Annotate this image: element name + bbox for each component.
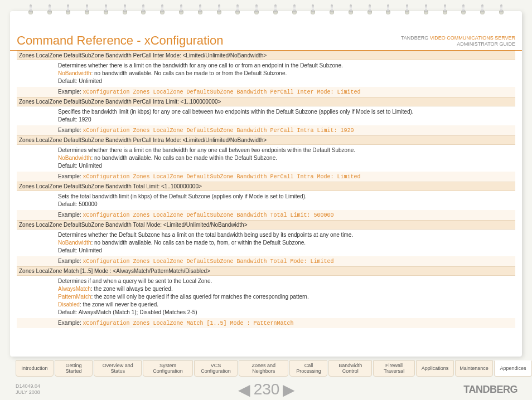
command-header: Zones LocalZone DefaultSubZone Bandwidth… [17,182,515,191]
command-desc: Determines whether the Default Subzone h… [58,231,513,239]
example-label: Example: [58,320,83,326]
doc-id: D14049.04 [16,383,40,389]
command-header: Zones LocalZone DefaultSubZone Bandwidth… [17,135,515,145]
tab-bandwidth-control[interactable]: Bandwidth Control [328,360,372,377]
tab-zones-and-neighbors[interactable]: Zones and Neighbors [239,360,288,377]
keyword: NoBandwidth [58,240,91,246]
command-keyword-line: NoBandwidth: no bandwidth available. No … [58,70,513,77]
company-name: TANDBERG [401,35,428,41]
example-label: Example: [58,258,83,264]
example-label: Example: [58,127,83,133]
command-desc: Determines whether there is a limit on t… [58,147,513,154]
example-code: xConfiguration Zones LocalZone DefaultSu… [83,89,360,95]
command-keyword-line: AlwaysMatch: the zone will always be que… [58,285,513,293]
command-body: Specifies the bandwidth limit (in kbps) … [17,106,515,125]
example-code: xConfiguration Zones LocalZone DefaultSu… [83,212,333,218]
keyword: Disabled [58,301,80,308]
command-header: Zones LocalZone DefaultSubZone Bandwidth… [17,220,515,230]
doc-date: JULY 2008 [16,389,40,396]
tab-vcs-configuration[interactable]: VCS Configuration [194,360,238,377]
command-keyword-line: NoBandwidth: no bandwidth available. No … [58,239,513,247]
product-name: VIDEO COMMUNICATIONS SERVER [430,35,515,41]
command-example: Example: xConfiguration Zones LocalZone … [17,210,515,220]
tab-maintenance[interactable]: Maintenance [455,360,493,377]
example-label: Example: [58,212,83,218]
command-default: Default: Unlimited [58,162,513,170]
page-title: Command Reference - xConfiguration [17,33,224,48]
command-default: Default: Unlimited [58,247,513,255]
content-area: Zones LocalZone DefaultSubZone Bandwidth… [10,51,522,328]
next-page-icon[interactable]: ▶ [283,381,295,399]
command-body: Sets the total bandwidth limit (in kbps)… [17,191,515,210]
command-header: Zones LocalZone Match [1..5] Mode : <Alw… [17,266,515,276]
example-code: xConfiguration Zones LocalZone DefaultSu… [83,258,333,265]
command-body: Determines if and when a query will be s… [17,276,515,318]
page-number: 230 [254,381,280,398]
command-body: Determines whether there is a limit on t… [17,145,515,172]
tab-system-configuration[interactable]: System Configuration [143,360,192,377]
command-keyword-line: Disabled: the zone will never be queried… [58,301,513,309]
example-label: Example: [58,173,83,179]
doc-id-block: D14049.04 JULY 2008 [16,383,40,396]
spiral-binding [10,6,522,22]
prev-page-icon[interactable]: ◀ [238,381,250,399]
tab-overview-and-status[interactable]: Overview and Status [94,360,142,377]
tab-getting-started[interactable]: Getting Started [55,360,93,377]
command-keyword-line: PatternMatch: the zone will only be quer… [58,293,513,301]
pager: ◀ 230 ▶ [238,381,296,399]
tab-introduction[interactable]: Introduction [16,360,54,377]
header-right: TANDBERG VIDEO COMMUNICATIONS SERVER ADM… [401,35,515,48]
command-default: Default: 1920 [58,116,513,124]
command-example: Example: xConfiguration Zones LocalZone … [17,87,515,97]
keyword: PatternMatch [58,294,91,300]
command-default: Default: 500000 [58,201,513,208]
command-header: Zones LocalZone DefaultSubZone Bandwidth… [17,51,515,60]
tab-applications[interactable]: Applications [416,360,454,377]
keyword: AlwaysMatch [58,286,91,292]
command-desc: Sets the total bandwidth limit (in kbps)… [58,193,513,201]
keyword: NoBandwidth [58,155,91,161]
tab-call-processing[interactable]: Call Processing [289,360,327,377]
brand-logo: TANDBERG [463,384,518,396]
command-desc: Determines if and when a query will be s… [58,277,513,285]
example-label: Example: [58,89,83,95]
keyword: NoBandwidth [58,70,91,76]
command-desc: Specifies the bandwidth limit (in kbps) … [58,108,513,116]
command-body: Determines whether there is a limit on t… [17,60,515,87]
command-example: Example: xConfiguration Zones LocalZone … [17,318,515,328]
command-desc: Determines whether there is a limit on t… [58,62,513,70]
example-code: xConfiguration Zones LocalZone DefaultSu… [83,174,360,180]
command-example: Example: xConfiguration Zones LocalZone … [17,256,515,266]
tab-bar: IntroductionGetting StartedOverview and … [16,360,532,377]
command-keyword-line: NoBandwidth: no bandwidth available. No … [58,154,513,162]
tab-firewall-traversal[interactable]: Firewall Traversal [373,360,415,377]
example-code: xConfiguration Zones LocalZone Match [1.… [83,320,293,326]
command-default: Default: AlwaysMatch (Match 1); Disabled… [58,309,513,316]
command-default: Default: Unlimited [58,77,513,85]
tab-appendices[interactable]: Appendices [494,360,532,377]
footer: D14049.04 JULY 2008 ◀ 230 ▶ TANDBERG [16,383,518,396]
command-example: Example: xConfiguration Zones LocalZone … [17,125,515,135]
example-code: xConfiguration Zones LocalZone DefaultSu… [83,128,354,134]
command-header: Zones LocalZone DefaultSubZone Bandwidth… [17,97,515,106]
command-body: Determines whether the Default Subzone h… [17,230,515,256]
page: Command Reference - xConfiguration TANDB… [10,11,522,357]
doc-subtitle: ADMINISTRATOR GUIDE [401,41,515,48]
command-example: Example: xConfiguration Zones LocalZone … [17,172,515,182]
